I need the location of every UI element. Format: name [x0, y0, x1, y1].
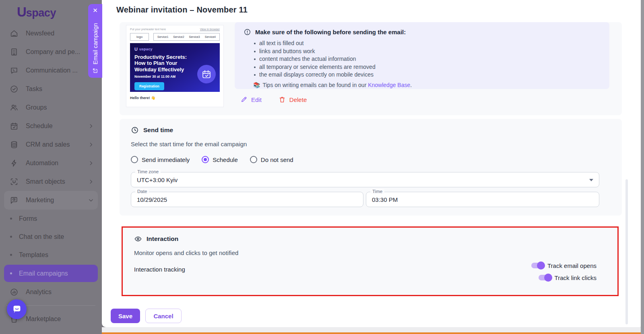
sidebar-item-newsfeed[interactable]: Newsfeed [0, 24, 102, 43]
alert-circle-icon [244, 28, 251, 36]
date-label: Date [135, 189, 149, 194]
sidebar-subitem-email-campaigns[interactable]: Email campaigns [4, 265, 98, 282]
marketing-icon [9, 195, 19, 205]
email-campaign-tab[interactable]: ✕ Email campaign [88, 4, 102, 78]
trash-icon [279, 96, 286, 103]
bullet-icon [10, 254, 12, 256]
sidebar-item-groups[interactable]: Groups [0, 98, 102, 117]
timezone-select[interactable]: Time zone UTC+3:00 Kyiv [131, 172, 599, 187]
sidebar-item-automation[interactable]: Automation [0, 154, 102, 172]
sidebar-item-communication[interactable]: Communication ... [0, 61, 102, 80]
service-link: Service3 [189, 35, 200, 38]
edit-button[interactable]: Edit [240, 96, 262, 103]
toggle-label: Track email opens [547, 262, 597, 269]
checklist-item: links and buttons work [254, 48, 601, 56]
uspacy-wordmark: uspacy [139, 47, 153, 51]
delete-button[interactable]: Delete [279, 96, 307, 103]
database-icon [9, 140, 19, 149]
toggle-on-icon[interactable] [539, 274, 552, 282]
bullet-icon [10, 218, 12, 220]
calendar-badge-icon [197, 65, 216, 83]
service-links: Service1 Service2 Service3 Service4 [153, 33, 220, 41]
email-preview-card[interactable]: Put your preheader text here View in bro… [126, 25, 224, 107]
pencil-icon [240, 96, 248, 103]
sidebar-item-schedule[interactable]: Schedule [0, 117, 102, 135]
app-root: Uspacy Newsfeed Company and pe... Commun… [0, 0, 644, 334]
interaction-section-highlighted: Interaction Monitor opens and clicks to … [122, 226, 619, 296]
view-in-browser-link[interactable]: View in browser [200, 28, 220, 31]
sidebar-subitem-forms[interactable]: Forms [0, 210, 102, 228]
tips-row: 📚 Tips on writing emails can be found in… [253, 82, 601, 88]
smart-object-icon [9, 177, 19, 187]
chevron-right-icon [88, 179, 94, 185]
toggle-track-email-opens: Track email opens [531, 261, 597, 270]
date-input[interactable]: Date 10/29/2025 [131, 192, 363, 207]
modal-scrollbar-thumb[interactable] [625, 179, 628, 324]
interaction-subtitle: Monitor opens and clicks to get notified [134, 249, 238, 256]
close-icon[interactable]: ✕ [93, 7, 98, 13]
email-greeting: Hello there! 👋 [126, 92, 223, 104]
time-input[interactable]: Time 03:30 PM [366, 192, 599, 207]
sidebar-item-label: Analytics [26, 288, 52, 296]
send-time-subtitle: Select the start time for the email camp… [131, 141, 247, 147]
knowledge-base-link[interactable]: Knowledge Base [368, 82, 410, 88]
checklist-item: content matches the actual information [254, 55, 601, 63]
building-icon [9, 47, 19, 57]
registration-button[interactable]: Registration [134, 82, 164, 90]
checklist-items: all text is filled out links and buttons… [254, 39, 601, 79]
chevron-right-icon [88, 123, 94, 129]
radio-icon [131, 156, 138, 163]
sidebar-subitem-chat-on-site[interactable]: Chat on the site [0, 228, 102, 246]
checklist-item: the email displays correctly on mobile d… [254, 71, 601, 79]
sidebar: Uspacy Newsfeed Company and pe... Commun… [0, 0, 102, 334]
sidebar-item-smart-objects[interactable]: Smart objects [0, 172, 102, 191]
radio-do-not-send[interactable]: Do not send [250, 156, 293, 163]
sidebar-item-tasks[interactable]: Tasks [0, 80, 102, 98]
radio-send-immediately[interactable]: Send immediately [131, 156, 190, 163]
sidebar-item-label: Smart objects [26, 178, 65, 185]
toggle-on-icon[interactable] [531, 261, 545, 270]
sidebar-item-marketing[interactable]: Marketing [4, 191, 98, 210]
email-preview-header: Put your preheader text here View in bro… [126, 25, 223, 32]
uspacy-logo-text: spacy [26, 7, 56, 19]
logo-placeholder: logo [130, 33, 149, 41]
tips-text: Tips on writing emails can be found in o… [262, 82, 412, 88]
toggle-track-link-clicks: Track link clicks [539, 274, 597, 282]
chat-launcher-button[interactable] [7, 299, 27, 319]
sidebar-subitem-label: Templates [19, 251, 48, 259]
uspacy-logo: Uspacy [17, 4, 56, 20]
date-value: 10/29/2025 [137, 196, 167, 203]
chevron-right-icon [88, 142, 94, 147]
browser-scrollbar[interactable] [641, 0, 644, 334]
cancel-button[interactable]: Cancel [145, 309, 182, 323]
uspacy-logo-mark: U [17, 4, 26, 20]
sidebar-item-label: Schedule [26, 122, 53, 130]
sidebar-subitem-label: Chat on the site [19, 233, 64, 241]
people-icon [9, 103, 19, 112]
eye-icon [134, 235, 142, 243]
task-check-icon [9, 84, 19, 94]
send-time-title: Send time [143, 127, 173, 134]
service-link: Service4 [205, 35, 216, 38]
sidebar-item-label: Company and pe... [26, 48, 80, 56]
sidebar-item-company[interactable]: Company and pe... [0, 43, 102, 61]
radio-schedule[interactable]: Schedule [202, 156, 238, 163]
sidebar-subitem-label: Forms [19, 215, 37, 222]
banner-brand: U uspacy [134, 47, 215, 52]
sidebar-item-label: Marketplace [26, 315, 61, 323]
orange-bottom-bar [102, 332, 644, 334]
chevron-down-icon [88, 197, 94, 203]
interaction-title: Interaction [147, 235, 178, 243]
sidebar-subitem-templates[interactable]: Templates [0, 246, 102, 264]
sidebar-item-crm[interactable]: CRM and sales [0, 135, 102, 154]
checklist-title-row: Make sure of the following before sendin… [244, 28, 601, 36]
page-title: Webinar invitation – November 11 [116, 5, 248, 15]
sidebar-item-label: Communication ... [26, 67, 78, 74]
uspacy-mark: U [134, 47, 138, 52]
sidebar-subitem-label: Email campaigns [19, 270, 68, 277]
sidebar-item-analytics[interactable]: Analytics [0, 283, 102, 301]
chevron-right-icon [88, 160, 94, 166]
save-button[interactable]: Save [111, 309, 140, 323]
content-actions: Edit Delete [240, 96, 307, 103]
sidebar-header: Uspacy [0, 0, 102, 24]
